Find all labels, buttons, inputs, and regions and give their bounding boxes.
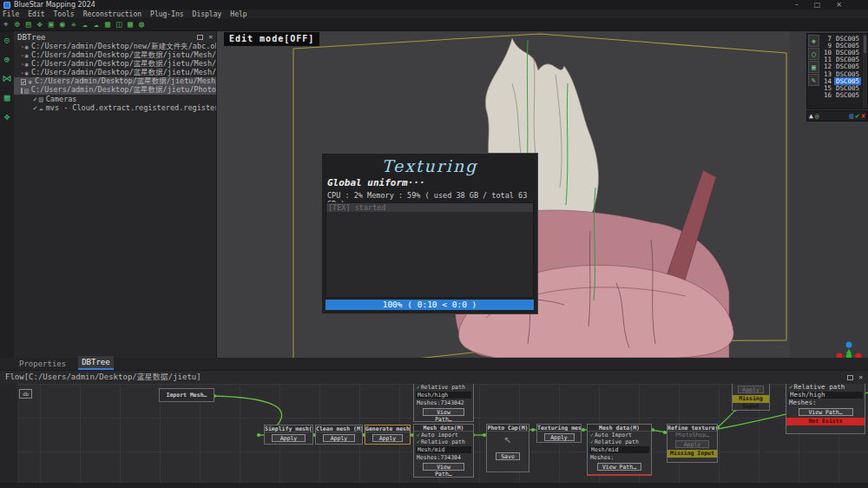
axis-z-pos[interactable] — [846, 342, 852, 348]
node-photo-cap[interactable]: Photo Cap(M) ↖ Save — [486, 424, 529, 472]
tab-properties[interactable]: Properties — [16, 358, 69, 370]
disc-icon[interactable]: ◉ — [60, 20, 65, 29]
target-icon[interactable]: ◎ — [815, 112, 819, 120]
undock-icon[interactable] — [197, 35, 203, 40]
node-texturing-mesh[interactable]: Texturing mesh(M) Apply — [536, 424, 582, 443]
camera-row[interactable]: 16DSC005 — [820, 92, 863, 99]
node-clean-mesh[interactable]: Clean mesh (M) Apply — [315, 425, 363, 445]
menu-display[interactable]: Display — [193, 10, 222, 18]
move-cross-icon[interactable]: ✥ — [4, 111, 10, 122]
folder-export-icon[interactable]: ▤ — [26, 20, 31, 29]
move-icon[interactable]: ✥ — [808, 35, 819, 47]
camera-icon[interactable]: ◫ — [116, 20, 122, 29]
image-icon[interactable]: ▣ — [49, 20, 54, 29]
close-panel-icon[interactable]: ✕ — [208, 33, 213, 41]
axis-gizmo[interactable] — [832, 337, 866, 358]
grid-mesh-icon[interactable]: ▦ — [4, 92, 10, 103]
pick-icon[interactable]: ✥ — [37, 20, 43, 29]
node-import-mesh[interactable]: Import Mesh… — [159, 388, 214, 402]
node-title[interactable]: Import Mesh… — [160, 389, 214, 401]
menu-file[interactable]: File — [3, 10, 19, 18]
tree-item-label: C:/Users/admin/Desktop/蓝星数据/jietu/Mesh/h… — [31, 69, 216, 77]
checkbox-unchecked[interactable] — [21, 88, 23, 94]
camera-icon[interactable]: ▣ — [808, 61, 819, 73]
mesh-path-field[interactable]: Mesh/mid — [416, 446, 471, 453]
maximize-button[interactable]: □ — [814, 1, 821, 9]
triangle-up-icon[interactable]: ▲ — [809, 112, 813, 120]
window-title: BlueStar Mapping 2024 — [14, 1, 95, 9]
node-generate-uv[interactable]: Generate mesh UV(M) Apply — [365, 425, 411, 445]
view-path-button[interactable]: View Path… — [423, 463, 464, 471]
zoom-plus-icon[interactable]: ⊕ — [4, 54, 10, 65]
cloud-upload-icon[interactable]: ☁ — [82, 20, 88, 29]
tab-dbtree[interactable]: DBTree — [78, 356, 114, 370]
circle-select-icon[interactable]: ◯ — [808, 48, 819, 60]
close-panel-icon[interactable]: ✕ — [858, 373, 863, 381]
menu-reconstruction[interactable]: Reconstruction — [83, 10, 141, 18]
zoom-icon[interactable]: ⊙ — [4, 35, 10, 46]
mesh-path-field[interactable]: Mesh/high — [416, 392, 471, 399]
menu-tools[interactable]: Tools — [54, 10, 75, 18]
cancel-x-icon[interactable]: ✘ — [861, 112, 865, 120]
flow-node-canvas[interactable]: db Import Mesh… Simplify mesh(M) Apply C… — [0, 384, 868, 483]
tree-row-selected[interactable]: ▤ C:/Users/admin/Desktop/蓝星数据/jietu/Phot… — [14, 86, 216, 95]
checkbox-checked[interactable]: ✓ — [21, 79, 26, 85]
view-path-button[interactable]: View Path… — [597, 463, 641, 471]
camera-panel-footer: ▲ ◎ ▥ ✔ ✘ — [806, 110, 868, 122]
tree-item-label: C:/Users/admin/Desktop/蓝星数据/jietu/Mesh/m… — [35, 77, 216, 86]
dialog-log-area[interactable]: [TEX] started — [326, 202, 534, 298]
view-path-button[interactable]: View Path… — [799, 408, 853, 416]
graph-icon[interactable]: ▦ — [105, 20, 110, 29]
viewport-3d-scene[interactable] — [217, 31, 868, 358]
menu-plugins[interactable]: Plug-Ins — [150, 10, 184, 18]
node-mesh-data-far-right[interactable]: ✓Relative path Mesh/high Meshes: View Pa… — [786, 384, 865, 434]
relative-path-check[interactable]: ✓Relative path — [786, 384, 865, 391]
tree-row[interactable]: ▸ ✱ C:/Users/admin/Desktop/蓝星数据/jietu/Me… — [14, 69, 216, 77]
check-icon[interactable]: ✓ — [33, 96, 37, 103]
view-path-button[interactable]: View Path… — [423, 408, 464, 416]
apply-button[interactable]: Apply — [372, 434, 404, 442]
mesh-path-field[interactable]: Mesh/high — [788, 392, 863, 399]
menu-edit[interactable]: Edit — [28, 10, 44, 18]
pointer-icon[interactable]: ⌖ — [3, 20, 9, 29]
tree-row-selected[interactable]: ✓ ✱ C:/Users/admin/Desktop/蓝星数据/jietu/Me… — [14, 77, 216, 86]
tree-row[interactable]: ▸ ✱ C:/Users/admin/Desktop/蓝星数据/jietu/Me… — [14, 60, 216, 69]
mesh-icon[interactable]: ▩ — [128, 20, 133, 29]
confirm-check-icon[interactable]: ✔ — [855, 112, 859, 120]
wheel-icon[interactable]: ✳ — [71, 20, 76, 29]
auto-import-check[interactable]: ✓Auto import — [414, 432, 473, 439]
cloud-icon[interactable]: ☁ — [94, 20, 99, 29]
auto-import-check[interactable]: ✓Auto Import — [588, 432, 651, 439]
viewport-3d[interactable]: Edit mode[OFF] ✥ ◯ ▣ ✎ 7DSC005 9DSC005 1… — [217, 31, 868, 358]
save-button[interactable]: Save — [496, 452, 521, 460]
node-disabled-apply[interactable]: Apply Missing Input — [732, 384, 770, 411]
close-button[interactable]: ✕ — [836, 1, 842, 9]
edit-pencil-icon[interactable]: ✎ — [808, 74, 819, 86]
node-refine-texture[interactable]: Refine texture(→) PhotoShop… Apply Missi… — [667, 424, 718, 463]
bulb-icon[interactable]: ◍ — [139, 20, 144, 29]
tree-row[interactable]: ▸ ✱ C:/Users/admin/Desktop/蓝星数据/jietu/Me… — [14, 51, 216, 60]
relative-path-check[interactable]: ✓Relative path — [414, 384, 473, 391]
node-mesh-data-high[interactable]: ✓Relative path Mesh/high Meshes:7343042 … — [413, 384, 474, 422]
menu-help[interactable]: Help — [230, 10, 247, 18]
db-folder-icon[interactable]: db — [19, 389, 32, 399]
node-mesh-data-right[interactable]: Mesh data(M) ✓Auto Import ✓Relative path… — [587, 424, 652, 476]
check-icon[interactable]: ✓ — [33, 104, 37, 112]
tree-row-child[interactable]: ✓ ▤ Cameras — [14, 95, 216, 103]
apply-button[interactable]: Apply — [323, 434, 355, 442]
nodes-icon[interactable]: ⋈ — [3, 73, 12, 84]
camera-list-scrollbar[interactable] — [863, 34, 867, 109]
tree-row[interactable]: ▸ ✱ C:/Users/admin/Desktop/new/新建文件夹/abc… — [14, 43, 216, 51]
node-mesh-data-mid[interactable]: Mesh data(M) ✓Auto import ✓Relative path… — [413, 424, 474, 478]
tree-row-child[interactable]: ✓ ☁ mvs - Cloud.extract.registered.regis… — [14, 103, 216, 112]
undock-icon[interactable] — [847, 375, 853, 380]
compass-icon[interactable]: ⊕ — [15, 20, 20, 29]
minimize-button[interactable]: – — [795, 1, 799, 9]
filter-blue-icon[interactable]: ▥ — [850, 112, 854, 120]
mesh-path-field[interactable]: Mesh/mid — [589, 446, 649, 453]
relative-path-check[interactable]: ✓Relative path — [588, 439, 651, 445]
relative-path-check[interactable]: ✓Relative path — [414, 439, 473, 445]
apply-button[interactable]: Apply — [544, 433, 575, 441]
apply-button[interactable]: Apply — [272, 434, 306, 442]
node-simplify-mesh[interactable]: Simplify mesh(M) Apply — [264, 425, 313, 445]
